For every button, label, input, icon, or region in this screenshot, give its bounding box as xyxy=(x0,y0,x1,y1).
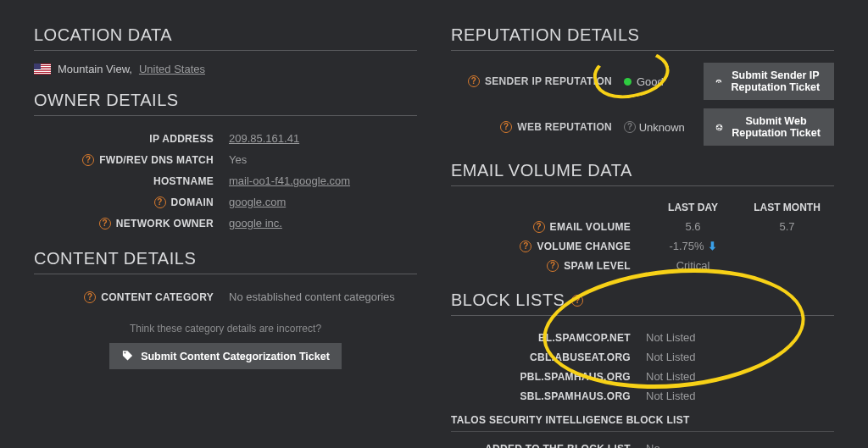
row-added-to-blocklist: ADDED TO THE BLOCK LIST No xyxy=(451,439,834,448)
blocklist-status: Not Listed xyxy=(646,370,834,383)
blocklist-status: Not Listed xyxy=(646,331,834,344)
value-dns: Yes xyxy=(229,153,417,166)
btn-label: Submit Web Reputation Ticket xyxy=(730,115,822,139)
help-icon[interactable]: ? xyxy=(520,241,531,252)
blocklist-name: CBL.ABUSEAT.ORG xyxy=(530,351,631,363)
reputation-heading: REPUTATION DETAILS xyxy=(451,25,834,51)
label-domain: DOMAIN xyxy=(171,196,214,208)
rep-row-sender: ?SENDER IP REPUTATION Good Submit Sender… xyxy=(451,63,834,100)
btn-label: Submit Sender IP Reputation Ticket xyxy=(729,69,822,93)
label-spam-level: SPAM LEVEL xyxy=(564,260,631,272)
row-domain: ?DOMAIN google.com xyxy=(34,191,417,213)
row-volume-change: ?VOLUME CHANGE -1.75%⬇ xyxy=(451,236,834,256)
btn-label: Submit Content Categorization Ticket xyxy=(141,351,330,362)
location-row: Mountain View, United States xyxy=(34,63,417,75)
row-netowner: ?NETWORK OWNER google inc. xyxy=(34,213,417,234)
help-icon[interactable]: ? xyxy=(500,121,512,133)
label-sender-rep: SENDER IP REPUTATION xyxy=(485,75,612,87)
label-added: ADDED TO THE BLOCK LIST xyxy=(485,443,631,449)
help-icon[interactable]: ? xyxy=(82,154,94,166)
blocklist-name: BL.SPAMCOP.NET xyxy=(538,332,631,344)
help-icon[interactable]: ? xyxy=(84,291,96,303)
blocklists-heading: BLOCK LISTS ? xyxy=(451,290,834,316)
blocklist-status: Not Listed xyxy=(646,351,834,363)
gauge-icon xyxy=(715,75,722,88)
owner-heading: OWNER DETAILS xyxy=(34,91,417,116)
volume-header-row: LAST DAY LAST MONTH xyxy=(451,198,834,217)
label-email-volume: EMAIL VOLUME xyxy=(550,221,631,233)
value-change-day: -1.75% xyxy=(669,240,704,252)
label-content-cat: CONTENT CATEGORY xyxy=(101,291,214,303)
value-hostname[interactable]: mail-oo1-f41.google.com xyxy=(229,174,350,187)
help-icon[interactable]: ? xyxy=(571,295,583,307)
tag-icon xyxy=(121,350,134,362)
blocklist-row: CBL.ABUSEAT.ORGNot Listed xyxy=(451,347,834,367)
blocklist-name: PBL.SPAMHAUS.ORG xyxy=(520,371,631,383)
value-content-cat: No established content categories xyxy=(229,290,417,303)
value-web-rep: Unknown xyxy=(639,121,685,134)
blocklists-title: BLOCK LISTS xyxy=(451,290,565,310)
location-country-link[interactable]: United States xyxy=(139,63,205,75)
value-sender-rep: Good xyxy=(637,75,664,88)
row-hostname: HOSTNAME mail-oo1-f41.google.com xyxy=(34,170,417,191)
label-ip: IP ADDRESS xyxy=(149,133,214,145)
row-spam-level: ?SPAM LEVEL Critical xyxy=(451,256,834,275)
label-hostname: HOSTNAME xyxy=(153,175,214,187)
content-heading: CONTENT DETAILS xyxy=(34,249,417,274)
label-dns: FWD/REV DNS MATCH xyxy=(99,154,214,166)
flag-us-icon xyxy=(34,64,51,75)
value-vol-month: 5.7 xyxy=(740,220,834,233)
help-icon[interactable]: ? xyxy=(468,75,480,87)
rep-row-web: ?WEB REPUTATION ? Unknown Submit Web Rep… xyxy=(451,108,834,146)
unknown-icon: ? xyxy=(624,121,636,133)
location-heading: LOCATION DATA xyxy=(34,25,417,51)
blocklist-status: Not Listed xyxy=(646,390,834,402)
location-city: Mountain View, xyxy=(58,63,132,75)
blocklist-row: SBL.SPAMHAUS.ORGNot Listed xyxy=(451,386,834,406)
globe-icon xyxy=(715,121,723,134)
help-icon[interactable]: ? xyxy=(99,218,111,230)
talos-subheading: TALOS SECURITY INTELLIGENCE BLOCK LIST xyxy=(451,414,834,432)
blocklist-row: BL.SPAMCOP.NETNot Listed xyxy=(451,328,834,347)
value-domain[interactable]: google.com xyxy=(229,196,286,208)
volume-heading: EMAIL VOLUME DATA xyxy=(451,161,834,186)
row-ip: IP ADDRESS 209.85.161.41 xyxy=(34,128,417,149)
help-icon[interactable]: ? xyxy=(533,221,545,233)
row-email-volume: ?EMAIL VOLUME 5.6 5.7 xyxy=(451,217,834,236)
label-netowner: NETWORK OWNER xyxy=(116,218,214,230)
value-ip[interactable]: 209.85.161.41 xyxy=(229,132,299,145)
value-netowner[interactable]: google inc. xyxy=(229,217,282,230)
col-last-day: LAST DAY xyxy=(646,202,740,213)
help-icon[interactable]: ? xyxy=(154,196,166,208)
value-spam-day: Critical xyxy=(646,259,740,272)
row-dns: ?FWD/REV DNS MATCH Yes xyxy=(34,149,417,170)
blocklist-row: PBL.SPAMHAUS.ORGNot Listed xyxy=(451,367,834,386)
label-volume-change: VOLUME CHANGE xyxy=(537,241,631,252)
col-last-month: LAST MONTH xyxy=(740,202,834,213)
arrow-down-icon: ⬇ xyxy=(708,240,717,252)
blocklist-name: SBL.SPAMHAUS.ORG xyxy=(520,390,631,402)
status-dot-good-icon xyxy=(624,78,632,86)
help-icon[interactable]: ? xyxy=(547,260,559,272)
value-vol-day: 5.6 xyxy=(646,220,740,233)
row-content-category: ?CONTENT CATEGORY No established content… xyxy=(34,286,417,307)
value-added: No xyxy=(646,442,834,448)
content-hint: Think these category details are incorre… xyxy=(34,323,417,335)
submit-categorization-button[interactable]: Submit Content Categorization Ticket xyxy=(109,343,342,369)
submit-sender-rep-button[interactable]: Submit Sender IP Reputation Ticket xyxy=(704,63,834,100)
label-web-rep: WEB REPUTATION xyxy=(517,121,612,133)
submit-web-rep-button[interactable]: Submit Web Reputation Ticket xyxy=(704,108,834,146)
